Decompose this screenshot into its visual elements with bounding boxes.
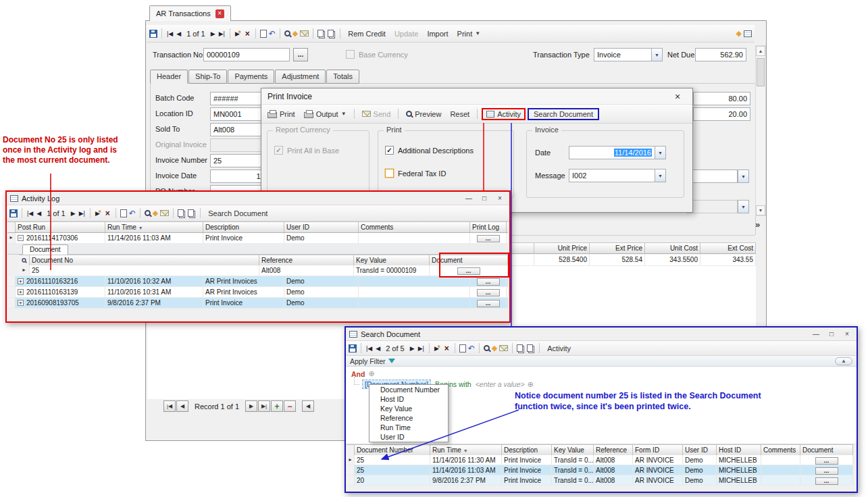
copy-icon[interactable] [317,30,324,37]
print-log-button[interactable]: ... [477,289,500,296]
menu-item-reference[interactable]: Reference [369,413,448,423]
expand-icon[interactable]: + [18,300,24,306]
col-header-description[interactable]: Description [502,445,552,455]
undo-icon[interactable]: ↶ [468,344,475,353]
col-header-ext-price[interactable]: Ext Price [590,243,645,253]
document-row[interactable]: ▸ 25 Alt008 TransId = 00000109 ... [19,265,508,276]
search-document-button[interactable]: Search Document [205,208,271,219]
invoice-date-input[interactable]: 11/14/2016 [569,146,655,159]
print-button[interactable]: Print [264,109,299,120]
col-header-key-value[interactable]: Key Value [552,445,594,455]
first-record-button[interactable]: |◀ [163,400,176,412]
transaction-no-input[interactable]: 00000109 [203,48,290,61]
tab-adjustment[interactable]: Adjustment [275,70,326,84]
col-header-comments[interactable]: Comments [359,222,470,232]
update-button[interactable]: Update [391,28,422,39]
previous-record-icon[interactable]: ◀ [176,30,182,38]
col-header-unit-cost[interactable]: Unit Cost [645,243,700,253]
expand-icon[interactable]: + [18,289,24,295]
copy-icon[interactable] [517,344,523,352]
preview-icon[interactable] [484,345,490,351]
base-currency-checkbox[interactable] [346,50,355,59]
print-all-in-base-checkbox[interactable] [274,146,283,155]
import-button[interactable]: Import [424,28,451,39]
additional-descriptions-checkbox[interactable] [385,146,394,155]
search-document-button[interactable]: Search Document [528,108,599,120]
collapse-filter-icon[interactable]: ▲ [835,357,852,365]
preview-icon[interactable] [145,210,151,216]
col-header-key-value[interactable]: Key Value [354,255,430,265]
preview-icon[interactable] [284,30,290,36]
first-record-icon[interactable]: |◀ [26,209,34,217]
message-combo[interactable]: I002 [569,169,655,182]
expand-icon[interactable]: + [18,278,24,284]
menu-item-document-number[interactable]: Document Number [369,385,448,394]
save-icon[interactable] [149,30,157,38]
new-document-icon[interactable] [459,344,466,352]
process-icon[interactable]: ▶* [95,209,102,217]
delete-row-button[interactable]: − [284,400,296,412]
scroll-up-icon[interactable]: ▲ [756,46,765,56]
col-header-description[interactable]: Description [203,222,284,232]
reset-button[interactable]: Reset [446,109,473,120]
transaction-type-combo[interactable]: Invoice [594,48,652,61]
activity-button[interactable]: Activity [544,343,574,354]
activity-row-4[interactable]: +20160908193705 9/8/2016 2:37 PM Print I… [7,298,508,309]
print-menu-button[interactable]: Print▼ [454,28,484,39]
search-row-3[interactable]: 20 9/8/2016 2:37 PM Print Invoice TransI… [347,475,853,486]
col-header-user-id[interactable]: User ID [284,222,359,232]
output-button[interactable]: Output▼ [301,109,350,120]
scroll-down-icon[interactable]: ▼ [756,205,765,215]
activity-row-3[interactable]: +20161110163139 11/10/2016 10:31 AM AR P… [7,287,508,298]
document-button[interactable]: ... [815,457,838,465]
col-header-run-time[interactable]: Run Time▼ [105,222,203,232]
maximize-icon[interactable]: □ [825,330,838,338]
mail-icon[interactable] [300,30,309,36]
add-condition-icon[interactable]: ⊕ [368,369,374,378]
col-header-comments[interactable]: Comments [761,445,800,455]
hscroll-left-button[interactable]: ◀ [302,400,314,412]
federal-tax-id-checkbox[interactable] [385,169,394,178]
vertical-scrollbar[interactable]: ▲ ▼ [755,45,766,216]
scrollbar-thumb[interactable] [757,58,765,86]
col-header-ext-cost[interactable]: Ext Cost [700,243,756,253]
print-log-button[interactable]: ... [477,278,500,286]
menu-item-host-id[interactable]: Host ID [369,394,448,404]
last-record-icon[interactable]: ▶| [218,30,226,38]
previous-record-icon[interactable]: ◀ [36,209,42,217]
activity-row-1[interactable]: ▸ −20161114170306 11/14/2016 11:03 AM Pr… [7,233,508,244]
diamond-icon[interactable]: ◆ [292,29,298,38]
delete-icon[interactable]: × [244,29,251,38]
print-log-button[interactable]: ... [477,235,500,242]
col-header-document-no[interactable]: Document No [30,255,259,265]
new-document-icon[interactable] [120,209,127,217]
maximize-icon[interactable]: □ [478,194,490,202]
paste-icon[interactable] [188,209,194,217]
activity-row-2[interactable]: +20161110163216 11/10/2016 10:32 AM AR P… [7,276,508,287]
right-combo-dropdown-icon-2[interactable]: ▼ [738,200,749,213]
tab-payments[interactable]: Payments [228,70,274,84]
preview-button[interactable]: Preview [403,109,444,120]
col-header-post-run[interactable]: Post Run [16,222,105,232]
previous-record-button[interactable]: ◀ [176,400,188,412]
send-button[interactable]: Send [359,109,394,120]
previous-record-icon[interactable]: ◀ [375,344,381,352]
search-row-1[interactable]: ▸ 25 11/14/2016 11:30 AM Print Invoice T… [347,455,853,465]
col-header-document[interactable]: Document [430,255,508,265]
col-header-document-number[interactable]: Document Number [355,445,430,455]
col-header-form-id[interactable]: Form ID [633,445,683,455]
close-icon[interactable]: × [494,194,506,202]
copy-icon[interactable] [178,209,184,217]
paste-icon[interactable] [328,30,334,37]
last-record-icon[interactable]: ▶| [78,209,86,217]
add-row-button[interactable]: + [271,400,283,412]
window-grid-icon[interactable] [744,30,752,37]
mail-icon[interactable] [499,345,508,351]
mail-icon[interactable] [160,210,169,216]
rem-credit-button[interactable]: Rem Credit [344,28,389,39]
document-button[interactable]: ... [457,267,480,275]
tab-ar-transactions[interactable]: AR Transactions × [149,5,231,21]
tab-ship-to[interactable]: Ship-To [188,70,227,84]
close-icon[interactable]: × [669,91,686,102]
minimize-icon[interactable]: — [463,194,475,202]
